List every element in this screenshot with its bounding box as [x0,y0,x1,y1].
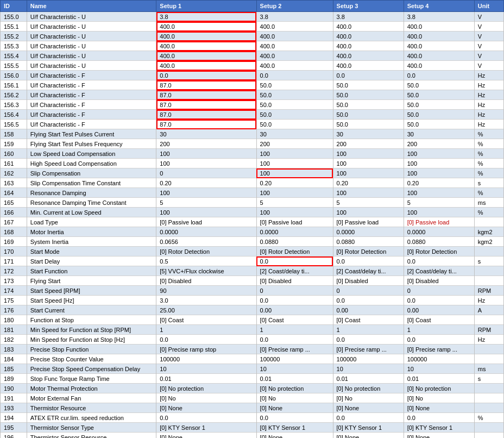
cell-setup1: 0.01 [156,374,256,384]
cell-id: 181 [1,325,27,335]
cell-setup2: [0] No protection [256,384,333,393]
cell-id: 182 [1,335,27,345]
cell-id: 155.1 [1,22,27,32]
cell-unit: V [474,22,503,32]
cell-setup1: [0] Coast [156,315,256,325]
cell-setup4: 0.01 [404,374,474,384]
cell-unit: Hz [474,90,503,100]
cell-setup4: [0] Rotor Detection [404,247,474,256]
table-row: 156.2U/f Characteristic - F87.050.050.05… [1,90,504,100]
cell-unit: V [474,41,503,51]
cell-setup1: 400.0 [156,22,256,32]
cell-setup2: 50.0 [256,80,333,90]
col-header-setup3: Setup 3 [333,1,404,12]
cell-setup1: 100 [156,149,256,159]
cell-setup1: [0] None [156,403,256,413]
cell-setup3: 200 [333,139,404,149]
cell-unit: RPM [474,286,503,296]
cell-unit: % [474,139,503,149]
cell-setup4: 0.0 [404,413,474,423]
cell-unit [474,217,503,227]
cell-setup3: 50.0 [333,90,404,100]
cell-setup2: [0] Rotor Detection [256,247,333,256]
table-row: 155.5U/f Characteristic - U400.0400.0400… [1,61,504,71]
cell-setup4: 400.0 [404,22,474,32]
col-header-setup1: Setup 1 [156,1,256,12]
cell-setup3: 0.20 [333,178,404,188]
table-row: 193Thermistor Resource[0] None[0] None[0… [1,403,504,413]
cell-id: 156.4 [1,110,27,120]
cell-unit: % [474,168,503,178]
table-row: 191Motor External Fan[0] No[0] No[0] No[… [1,393,504,403]
cell-unit: Hz [474,80,503,90]
cell-setup2: 10 [256,364,333,374]
cell-id: 155.0 [1,12,27,22]
cell-setup2: 30 [256,129,333,139]
cell-name: U/f Characteristic - U [27,41,156,51]
cell-setup1: [5] VVC+/Flux clockwise [156,266,256,276]
cell-name: U/f Characteristic - F [27,90,156,100]
cell-setup4: 0.20 [404,178,474,188]
cell-setup2: 0.00 [256,305,333,315]
table-row: 156.1U/f Characteristic - F87.050.050.05… [1,80,504,90]
cell-setup1: 400.0 [156,41,256,51]
cell-setup1: 30 [156,129,256,139]
cell-setup3: 0.0 [333,335,404,345]
cell-id: 155.3 [1,41,27,51]
cell-setup1: 0.0656 [156,237,256,247]
cell-setup2: 50.0 [256,90,333,100]
data-table: ID Name Setup 1 Setup 2 Setup 3 Setup 4 … [0,0,504,438]
cell-id: 162 [1,168,27,178]
cell-setup4: 3.8 [404,12,474,22]
cell-setup3: [0] None [333,403,404,413]
cell-unit: V [474,12,503,22]
cell-name: U/f Characteristic - F [27,110,156,120]
cell-unit [474,247,503,256]
col-header-unit: Unit [474,1,503,12]
cell-setup2: 400.0 [256,61,333,71]
cell-id: 196 [1,433,27,439]
cell-setup2: 0.0 [256,296,333,305]
cell-setup4: 0.0 [404,296,474,305]
table-row: 170Start Mode[0] Rotor Detection[0] Roto… [1,247,504,256]
cell-unit: Hz [474,120,503,129]
cell-id: 195 [1,423,27,433]
table-row: 172Start Function[5] VVC+/Flux clockwise… [1,266,504,276]
table-row: 167Load Type[0] Passive load[0] Passive … [1,217,504,227]
cell-name: Start Delay [27,256,156,266]
cell-setup4: 50.0 [404,120,474,129]
cell-setup4: 50.0 [404,110,474,120]
table-row: 164Resonance Damping100100100100% [1,188,504,198]
cell-setup3: 0.0 [333,256,404,266]
cell-unit [474,266,503,276]
cell-id: 171 [1,256,27,266]
table-row: 156.5U/f Characteristic - F87.050.050.05… [1,120,504,129]
cell-setup4: 50.0 [404,100,474,110]
cell-setup2: [0] No [256,393,333,403]
cell-setup3: 10 [333,364,404,374]
cell-setup1: 400.0 [156,51,256,61]
cell-setup1: 87.0 [156,120,256,129]
cell-setup4: 400.0 [404,41,474,51]
cell-id: 155.5 [1,61,27,71]
cell-setup4: 30 [404,129,474,139]
cell-id: 174 [1,286,27,296]
cell-setup3: 3.8 [333,12,404,22]
cell-setup4: 100 [404,149,474,159]
cell-unit: % [474,413,503,423]
col-header-setup4: Setup 4 [404,1,474,12]
cell-unit: % [474,159,503,168]
cell-setup4: 1 [404,325,474,335]
cell-setup4: [0] No protection [404,384,474,393]
cell-id: 161 [1,159,27,168]
cell-setup2: 0.0 [256,413,333,423]
cell-setup3: 400.0 [333,51,404,61]
cell-setup2: 0.0000 [256,227,333,237]
cell-id: 190 [1,384,27,393]
table-row: 155.4U/f Characteristic - U400.0400.0400… [1,51,504,61]
cell-id: 165 [1,198,27,208]
cell-setup2: [0] None [256,403,333,413]
table-row: 194ATEX ETR cur.lim. speed reduction0.00… [1,413,504,423]
cell-unit: V [474,51,503,61]
cell-name: Flying Start Test Pulses Frequency [27,139,156,149]
